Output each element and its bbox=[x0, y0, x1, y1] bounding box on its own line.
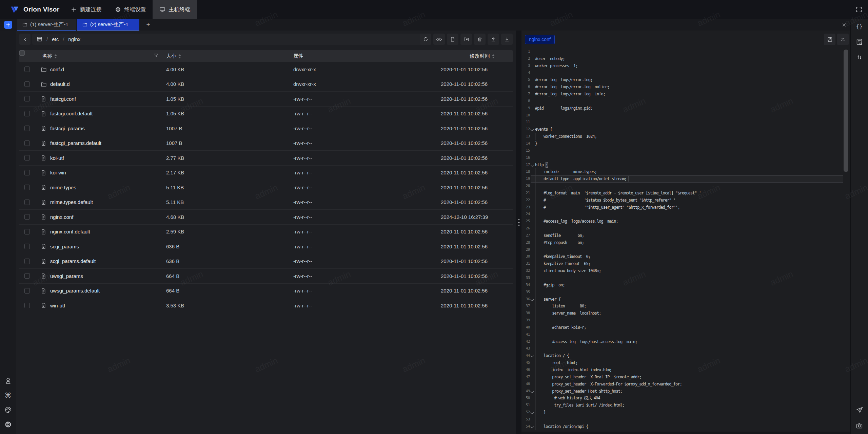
fold-chevron-icon[interactable] bbox=[531, 390, 534, 393]
code-line[interactable]: 33 bbox=[521, 275, 850, 282]
download-button[interactable] bbox=[501, 34, 513, 45]
code-line[interactable]: 10 bbox=[521, 112, 850, 119]
refresh-button[interactable] bbox=[420, 34, 431, 45]
table-row[interactable]: mime.types 5.11 KB -rw-r--r-- 2020-11-01… bbox=[19, 180, 513, 195]
back-button[interactable] bbox=[19, 34, 31, 45]
fold-chevron-icon[interactable] bbox=[531, 298, 534, 301]
settings-button[interactable] bbox=[4, 420, 12, 429]
row-checkbox[interactable] bbox=[24, 140, 30, 146]
code-line[interactable]: 44 location / { bbox=[521, 352, 850, 359]
code-line[interactable]: 45 root html; bbox=[521, 359, 850, 366]
fold-chevron-icon[interactable] bbox=[531, 163, 534, 167]
code-line[interactable]: 28 #tcp_nopush on; bbox=[521, 239, 850, 246]
code-line[interactable]: 21 #log_format main '$remote_addr - $rem… bbox=[521, 190, 850, 197]
breadcrumb-segment-nginx[interactable]: nginx bbox=[68, 36, 80, 42]
code-line[interactable]: 38 server_name localhost; bbox=[521, 310, 850, 317]
table-row[interactable]: uwsgi_params.default 664 B -rw-r--r-- 20… bbox=[19, 284, 513, 299]
code-line[interactable]: 31 keepalive_timeout 65; bbox=[521, 260, 850, 267]
transfer-button[interactable] bbox=[855, 53, 864, 62]
code-line[interactable]: 42 #access_log logs/host.access.log main… bbox=[521, 338, 850, 345]
column-header-size[interactable]: 大小 bbox=[166, 50, 181, 62]
code-line[interactable]: 46 index index.html index.htm; bbox=[521, 366, 850, 374]
code-line[interactable]: 13 worker_connections 1024; bbox=[521, 133, 850, 140]
fold-chevron-icon[interactable] bbox=[531, 425, 534, 428]
code-line[interactable]: 24 bbox=[521, 211, 850, 218]
code-line[interactable]: 6#error_log logs/error.log notice; bbox=[521, 83, 850, 91]
screenshot-button[interactable] bbox=[855, 421, 864, 430]
table-row[interactable]: uwsgi_params 664 B -rw-r--r-- 2020-11-01… bbox=[19, 269, 513, 284]
code-line[interactable]: 27 sendfile on; bbox=[521, 232, 850, 239]
table-row[interactable]: nginx.conf 4.68 KB -rw-r--r-- 2024-12-10… bbox=[19, 210, 513, 225]
breadcrumb-segment-etc[interactable]: etc bbox=[52, 36, 59, 42]
new-file-button[interactable] bbox=[447, 34, 458, 45]
save-button[interactable] bbox=[824, 34, 835, 45]
user-button[interactable] bbox=[4, 377, 12, 385]
row-checkbox[interactable] bbox=[24, 170, 30, 175]
panel-close-button[interactable] bbox=[840, 21, 848, 29]
row-checkbox[interactable] bbox=[24, 155, 30, 161]
close-editor-button[interactable] bbox=[837, 34, 849, 45]
fold-chevron-icon[interactable] bbox=[531, 128, 534, 131]
code-line[interactable]: 30 #keepalive_timeout 0; bbox=[521, 253, 850, 260]
code-line[interactable]: 4 bbox=[521, 70, 850, 77]
code-line[interactable]: 9#pid logs/nginx.pid; bbox=[521, 105, 850, 112]
row-checkbox[interactable] bbox=[24, 81, 30, 87]
code-line[interactable]: 29 bbox=[521, 246, 850, 253]
code-editor[interactable]: 12#user nobody;3worker_processes 1;45#er… bbox=[521, 48, 850, 432]
code-line[interactable]: 36 server { bbox=[521, 296, 850, 303]
code-line[interactable]: 16 bbox=[521, 154, 850, 162]
code-line[interactable]: 19 default_type application/octet-stream… bbox=[521, 175, 850, 183]
code-line[interactable]: 7#error_log logs/error.log info; bbox=[521, 91, 850, 98]
code-line[interactable]: 48 proxy_set_header X-Forwarded-For $pro… bbox=[521, 381, 850, 388]
table-row[interactable]: default.d 4.00 KB drwxr-xr-x 2020-11-01 … bbox=[19, 77, 513, 92]
table-row[interactable]: koi-win 2.17 KB -rw-r--r-- 2020-11-01 10… bbox=[19, 166, 513, 181]
editor-scrollbar-thumb[interactable] bbox=[844, 50, 848, 172]
menu-new-connection[interactable]: 新建连接 bbox=[64, 0, 108, 19]
code-line[interactable]: 23 # '"$http_user_agent" "$http_x_forwar… bbox=[521, 204, 850, 211]
code-line[interactable]: 49 proxy_set_header Host $http_host; bbox=[521, 388, 850, 395]
table-row[interactable]: fastcgi.conf 1.05 KB -rw-r--r-- 2020-11-… bbox=[19, 92, 513, 107]
code-line[interactable]: 34 #gzip on; bbox=[521, 282, 850, 289]
code-line[interactable]: 11 bbox=[521, 119, 850, 126]
theme-button[interactable] bbox=[4, 406, 12, 414]
upload-button[interactable] bbox=[488, 34, 499, 45]
new-folder-button[interactable] bbox=[460, 34, 472, 45]
code-line[interactable]: 43 bbox=[521, 345, 850, 352]
row-checkbox[interactable] bbox=[24, 214, 30, 220]
snippets-button[interactable]: {} bbox=[855, 22, 864, 31]
row-checkbox[interactable] bbox=[24, 200, 30, 205]
row-checkbox[interactable] bbox=[24, 185, 30, 190]
code-line[interactable]: 51 try_files $uri $uri/ /index.html; bbox=[521, 402, 850, 409]
fullscreen-button[interactable] bbox=[855, 6, 863, 13]
code-line[interactable]: 15 bbox=[521, 147, 850, 154]
code-line[interactable]: 47 proxy_set_header X-Real-IP $remote_ad… bbox=[521, 374, 850, 381]
tab-server-2-active[interactable]: (2) server-生产-1 bbox=[77, 19, 139, 31]
table-row[interactable]: win-utf 3.53 KB -rw-r--r-- 2020-11-01 10… bbox=[19, 298, 513, 313]
table-row[interactable]: nginx.conf.default 2.59 KB -rw-r--r-- 20… bbox=[19, 225, 513, 240]
code-line[interactable]: 39 bbox=[521, 317, 850, 324]
send-command-button[interactable] bbox=[855, 405, 864, 414]
row-checkbox[interactable] bbox=[24, 111, 30, 116]
code-line[interactable]: 14} bbox=[521, 140, 850, 147]
row-checkbox[interactable] bbox=[24, 126, 30, 131]
row-checkbox[interactable] bbox=[24, 96, 30, 101]
table-row[interactable]: fastcgi_params 1007 B -rw-r--r-- 2020-11… bbox=[19, 121, 513, 136]
command-bookmark-button[interactable] bbox=[855, 37, 864, 46]
column-header-mtime[interactable]: 修改时间 bbox=[470, 50, 495, 62]
table-row[interactable]: scgi_params.default 636 B -rw-r--r-- 202… bbox=[19, 254, 513, 269]
delete-button[interactable] bbox=[474, 34, 486, 45]
select-all-checkbox[interactable] bbox=[19, 50, 25, 56]
add-tab-button[interactable]: + bbox=[144, 20, 153, 29]
table-row[interactable]: fastcgi_params.default 1007 B -rw-r--r--… bbox=[19, 136, 513, 151]
code-line[interactable]: 53 bbox=[521, 416, 850, 423]
code-line[interactable]: 5#error_log logs/error.log; bbox=[521, 76, 850, 83]
fold-chevron-icon[interactable] bbox=[531, 354, 534, 358]
tab-server-1[interactable]: (1) server-生产-1 bbox=[17, 19, 76, 31]
row-checkbox[interactable] bbox=[24, 273, 30, 279]
code-line[interactable]: 25 #access_log logs/access.log main; bbox=[521, 218, 850, 225]
code-line[interactable]: 17http { bbox=[521, 162, 850, 169]
menu-terminal-settings[interactable]: 终端设置 bbox=[108, 0, 153, 19]
code-line[interactable]: 50 # web history 模式 404 bbox=[521, 395, 850, 402]
row-checkbox[interactable] bbox=[24, 244, 30, 249]
resize-handle[interactable] bbox=[518, 219, 520, 227]
